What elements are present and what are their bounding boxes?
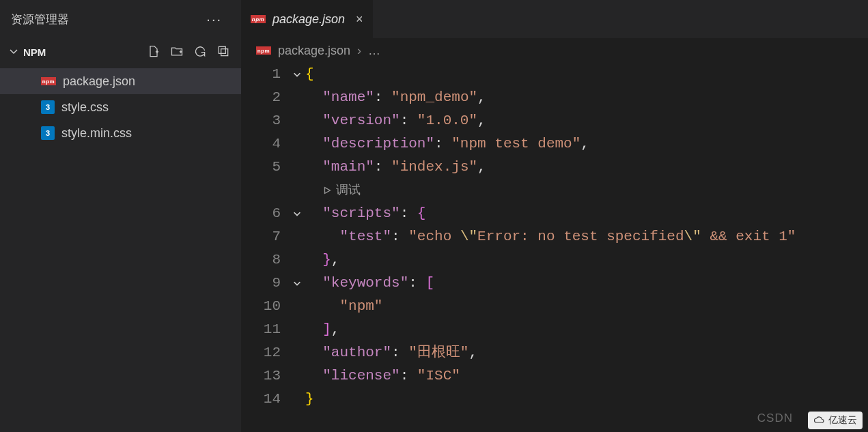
watermark-csdn: CSDN	[757, 412, 793, 425]
explorer-title: 资源管理器	[11, 12, 69, 27]
folder-actions	[147, 44, 236, 60]
explorer-header: 资源管理器 ···	[0, 0, 241, 38]
line-number: 1	[241, 63, 289, 86]
debug-codelens[interactable]: 调试	[322, 179, 361, 202]
npm-icon: npm	[41, 77, 56, 85]
svg-rect-0	[219, 46, 225, 53]
file-name: style.min.css	[61, 126, 132, 141]
tab-package-json[interactable]: npm package.json ×	[241, 0, 373, 38]
line-number: 3	[241, 109, 289, 132]
file-name: package.json	[63, 74, 135, 89]
line-number: 2	[241, 86, 289, 109]
svg-rect-1	[221, 48, 228, 55]
fold-icon[interactable]	[289, 272, 305, 295]
file-name: style.css	[61, 100, 109, 115]
explorer-sidebar: 资源管理器 ··· NPM npm package.json 3 style.c…	[0, 0, 241, 432]
close-icon[interactable]: ×	[356, 12, 363, 27]
css-icon: 3	[41, 100, 55, 114]
collapse-icon[interactable]	[216, 44, 230, 60]
chevron-down-icon	[8, 46, 19, 59]
line-number: 14	[241, 388, 289, 411]
more-actions-icon[interactable]: ···	[206, 12, 230, 27]
file-item-style-min-css[interactable]: 3 style.min.css	[0, 120, 241, 146]
folder-name: NPM	[23, 46, 46, 58]
line-number: 6	[241, 202, 289, 225]
file-list: npm package.json 3 style.css 3 style.min…	[0, 66, 241, 146]
fold-icon[interactable]	[289, 63, 305, 86]
npm-icon: npm	[256, 46, 271, 55]
breadcrumb-file: package.json	[278, 44, 350, 58]
line-number: 4	[241, 132, 289, 156]
line-number: 11	[241, 318, 289, 341]
breadcrumb[interactable]: npm package.json › …	[241, 38, 868, 63]
file-item-style-css[interactable]: 3 style.css	[0, 94, 241, 120]
new-file-icon[interactable]	[147, 44, 160, 60]
folder-section-header[interactable]: NPM	[0, 38, 241, 66]
new-folder-icon[interactable]	[170, 44, 184, 60]
line-number: 7	[241, 225, 289, 248]
line-number: 9	[241, 272, 289, 295]
watermark-yisu: 亿速云	[808, 412, 863, 429]
tab-bar: npm package.json ×	[241, 0, 868, 38]
fold-icon[interactable]	[289, 202, 305, 225]
css-icon: 3	[41, 126, 55, 140]
refresh-icon[interactable]	[193, 44, 207, 60]
editor-area: npm package.json × npm package.json › … …	[241, 0, 868, 432]
line-number: 5	[241, 156, 289, 179]
code-editor[interactable]: 1{ 2 "name": "npm_demo", 3 "version": "1…	[241, 63, 868, 411]
line-number: 8	[241, 248, 289, 272]
breadcrumb-more: …	[368, 44, 380, 58]
line-number: 10	[241, 295, 289, 318]
file-item-package-json[interactable]: npm package.json	[0, 68, 241, 94]
line-number: 12	[241, 341, 289, 364]
line-number: 13	[241, 364, 289, 388]
npm-icon: npm	[251, 15, 266, 23]
chevron-right-icon: ›	[357, 44, 361, 58]
tab-title: package.json	[272, 12, 345, 27]
